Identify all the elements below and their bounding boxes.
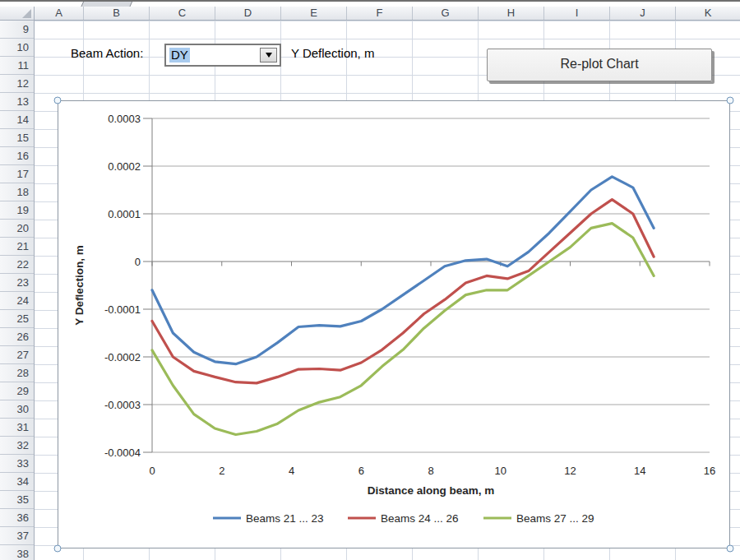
row-header-35[interactable]: 35 bbox=[0, 491, 34, 509]
y-axis-title: Y Deflection, m bbox=[73, 245, 86, 325]
y-tick-label: 0.0002 bbox=[108, 160, 141, 173]
column-header-G[interactable]: G bbox=[413, 7, 479, 20]
column-header-I[interactable]: I bbox=[544, 7, 610, 20]
row-headers: 9101112131415161718192021222324252627282… bbox=[0, 21, 35, 560]
row-header-37[interactable]: 37 bbox=[0, 527, 34, 545]
column-header-B[interactable]: B bbox=[84, 7, 150, 20]
column-header-E[interactable]: E bbox=[281, 7, 347, 20]
y-deflection-cell-text: Y Deflection, m bbox=[291, 46, 374, 60]
row-header-29[interactable]: 29 bbox=[0, 382, 34, 400]
legend-item-2[interactable]: Beams 24 ... 26 bbox=[348, 512, 459, 525]
chevron-down-icon bbox=[266, 53, 272, 58]
row-header-14[interactable]: 14 bbox=[0, 111, 34, 129]
column-header-K[interactable]: K bbox=[676, 7, 740, 20]
chart-object[interactable]: 0.00030.00020.00010-0.0001-0.0002-0.0003… bbox=[58, 100, 730, 548]
row-header-34[interactable]: 34 bbox=[0, 473, 34, 491]
row-header-25[interactable]: 25 bbox=[0, 310, 34, 328]
deflection-chart[interactable]: 0.00030.00020.00010-0.0001-0.0002-0.0003… bbox=[58, 101, 729, 548]
chart-resize-handle[interactable] bbox=[54, 97, 62, 104]
excel-window: { "spreadsheet": { "columns": ["A","B","… bbox=[0, 0, 740, 560]
row-header-21[interactable]: 21 bbox=[0, 238, 34, 256]
series-line-3[interactable] bbox=[152, 224, 654, 435]
row-header-20[interactable]: 20 bbox=[0, 220, 34, 238]
row-header-32[interactable]: 32 bbox=[0, 437, 34, 455]
row-header-16[interactable]: 16 bbox=[0, 147, 34, 165]
chart-resize-handle[interactable] bbox=[54, 545, 62, 553]
row-header-11[interactable]: 11 bbox=[0, 57, 34, 75]
row-header-30[interactable]: 30 bbox=[0, 400, 34, 419]
legend-label: Beams 27 ... 29 bbox=[516, 512, 594, 525]
row-header-38[interactable]: 38 bbox=[0, 545, 34, 560]
beam-action-label: Beam Action: bbox=[71, 46, 143, 60]
row-header-36[interactable]: 36 bbox=[0, 509, 34, 527]
x-tick-label: 14 bbox=[634, 465, 645, 477]
row-header-12[interactable]: 12 bbox=[0, 75, 34, 93]
x-tick-label: 16 bbox=[704, 465, 715, 477]
row-header-23[interactable]: 23 bbox=[0, 274, 34, 292]
legend-label: Beams 24 ... 26 bbox=[381, 512, 459, 525]
row-header-10[interactable]: 10 bbox=[0, 39, 34, 57]
x-axis-title: Distance along beam, m bbox=[368, 484, 495, 497]
y-tick-label: -0.0002 bbox=[104, 351, 141, 363]
dropdown-arrow-button[interactable] bbox=[260, 48, 277, 62]
row-header-31[interactable]: 31 bbox=[0, 419, 34, 437]
column-headers: ABCDEFGHIJK bbox=[35, 7, 740, 21]
column-header-D[interactable]: D bbox=[215, 7, 281, 20]
dropdown-selected-value: DY bbox=[169, 48, 190, 62]
column-header-H[interactable]: H bbox=[479, 7, 544, 20]
chart-resize-handle[interactable] bbox=[727, 545, 734, 553]
column-header-C[interactable]: C bbox=[150, 7, 215, 20]
row-header-26[interactable]: 26 bbox=[0, 328, 34, 346]
x-tick-label: 8 bbox=[428, 465, 433, 477]
beam-action-dropdown[interactable]: DY bbox=[164, 44, 281, 67]
column-header-A[interactable]: A bbox=[35, 7, 84, 20]
row-header-27[interactable]: 27 bbox=[0, 346, 34, 364]
column-header-F[interactable]: F bbox=[347, 7, 413, 20]
row-header-33[interactable]: 33 bbox=[0, 455, 34, 473]
column-header-J[interactable]: J bbox=[610, 7, 676, 20]
row-header-15[interactable]: 15 bbox=[0, 129, 34, 147]
x-tick-label: 4 bbox=[289, 465, 294, 477]
series-line-2[interactable] bbox=[152, 200, 654, 383]
select-all-button[interactable] bbox=[0, 7, 35, 21]
y-tick-label: 0 bbox=[135, 256, 141, 268]
legend-label: Beams 21 ... 23 bbox=[246, 512, 324, 525]
y-tick-label: -0.0004 bbox=[104, 447, 141, 459]
row-header-13[interactable]: 13 bbox=[0, 93, 34, 111]
row-header-22[interactable]: 22 bbox=[0, 256, 34, 274]
series-line-1[interactable] bbox=[152, 177, 654, 364]
x-tick-label: 10 bbox=[495, 465, 506, 477]
y-tick-label: 0.0003 bbox=[108, 113, 141, 125]
x-tick-label: 6 bbox=[358, 465, 364, 477]
y-tick-label: -0.0003 bbox=[104, 399, 141, 411]
x-tick-label: 0 bbox=[149, 465, 155, 477]
x-tick-label: 2 bbox=[219, 465, 224, 477]
legend-item-1[interactable]: Beams 21 ... 23 bbox=[213, 512, 324, 525]
row-header-17[interactable]: 17 bbox=[0, 165, 34, 183]
row-header-18[interactable]: 18 bbox=[0, 183, 34, 201]
select-all-icon bbox=[22, 9, 31, 18]
y-tick-label: -0.0001 bbox=[104, 303, 141, 316]
x-tick-label: 12 bbox=[564, 465, 576, 477]
replot-chart-button[interactable]: Re-plot Chart bbox=[487, 49, 712, 81]
y-tick-label: 0.0001 bbox=[108, 208, 141, 220]
chart-resize-handle[interactable] bbox=[727, 97, 734, 104]
row-header-28[interactable]: 28 bbox=[0, 364, 34, 382]
row-header-19[interactable]: 19 bbox=[0, 201, 34, 220]
row-header-9[interactable]: 9 bbox=[0, 21, 34, 39]
legend-item-3[interactable]: Beams 27 ... 29 bbox=[483, 512, 594, 525]
row-header-24[interactable]: 24 bbox=[0, 292, 34, 310]
